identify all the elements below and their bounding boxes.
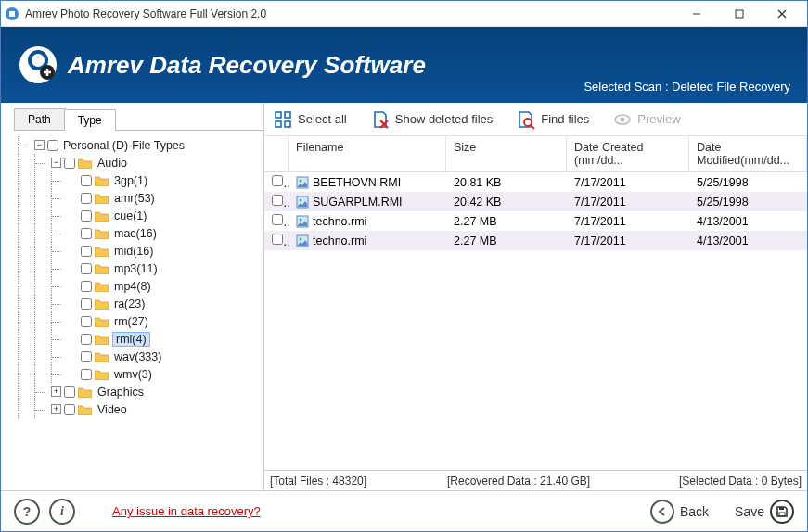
window-title: Amrev Photo Recovery Software Full Versi… (25, 7, 675, 20)
help-button[interactable]: ? (14, 499, 40, 525)
row-checkbox[interactable] (272, 214, 283, 225)
tree-node[interactable]: ra(23) (18, 295, 260, 312)
tree-checkbox[interactable] (64, 158, 75, 169)
tree-node[interactable]: rm(27) (18, 312, 260, 330)
cell-filename: SUGARPLM.RMI (289, 196, 446, 209)
tree-node[interactable]: cue(1) (18, 207, 260, 224)
tree-checkbox[interactable] (81, 246, 92, 257)
tree-checkbox[interactable] (81, 316, 92, 327)
svg-point-30 (300, 218, 302, 221)
tree-label[interactable]: ra(23) (112, 298, 147, 310)
tree-label[interactable]: mac(16) (112, 227, 159, 240)
tree-label[interactable]: mid(16) (112, 245, 155, 258)
tree-node[interactable]: amr(53) (18, 189, 260, 207)
titlebar: Amrev Photo Recovery Software Full Versi… (1, 1, 807, 27)
tree-checkbox[interactable] (64, 404, 75, 415)
tree-label[interactable]: Graphics (96, 386, 146, 399)
tree-label[interactable]: mp3(11) (112, 262, 160, 275)
tree-node[interactable]: 3gp(1) (18, 171, 260, 189)
tree-node[interactable]: +Video (18, 400, 260, 418)
col-date-created[interactable]: Date Created (mm/dd... (567, 136, 689, 171)
tree-label[interactable]: mp4(8) (112, 280, 153, 293)
svg-rect-16 (285, 112, 290, 118)
cell-date-created: 7/17/2011 (567, 196, 689, 209)
issue-link[interactable]: Any issue in data recovery? (112, 504, 261, 518)
select-all-icon (274, 110, 292, 129)
tree-checkbox[interactable] (81, 298, 92, 310)
table-row[interactable]: techno.rmi2.27 MB7/17/20114/13/2001 (264, 231, 807, 250)
table-row[interactable]: techno.rmi2.27 MB7/17/20114/13/2001 (264, 211, 807, 231)
col-date-modified[interactable]: Date Modified(mm/dd... (689, 136, 807, 171)
find-files-icon (517, 110, 535, 129)
back-button[interactable]: Back (650, 500, 709, 524)
tree-node[interactable]: +Graphics (18, 383, 260, 400)
tree-toggle-icon[interactable]: + (51, 386, 61, 397)
tree-node[interactable]: mp3(11) (18, 260, 260, 277)
show-deleted-button[interactable]: Show deleted files (371, 110, 494, 129)
tree-checkbox[interactable] (81, 210, 92, 222)
row-checkbox[interactable] (272, 175, 283, 186)
tree-label[interactable]: Audio (96, 157, 129, 170)
svg-rect-3 (736, 10, 743, 18)
row-checkbox[interactable] (272, 234, 283, 245)
tree-label[interactable]: wmv(3) (112, 368, 154, 381)
svg-point-28 (300, 198, 302, 201)
col-size[interactable]: Size (446, 136, 567, 171)
select-all-button[interactable]: Select all (274, 110, 347, 129)
save-label: Save (735, 504, 764, 519)
tree-node[interactable]: mid(16) (18, 242, 260, 260)
file-toolbar: Select all Show deleted files Find files… (264, 103, 807, 136)
tree-node[interactable]: mp4(8) (18, 277, 260, 295)
tree-node[interactable]: rmi(4) (18, 330, 260, 348)
tree-node[interactable]: wmv(3) (18, 365, 260, 383)
tree-node[interactable]: −Personal (D)-File Types (18, 136, 260, 154)
table-row[interactable]: SUGARPLM.RMI20.42 KB7/17/20115/25/1998 (264, 192, 807, 211)
tree-checkbox[interactable] (81, 175, 92, 186)
selected-scan-label: Selected Scan : Deleted File Recovery (584, 80, 790, 94)
tree-node[interactable]: wav(333) (18, 348, 260, 365)
tree-node[interactable]: mac(16) (18, 224, 260, 242)
tree-label[interactable]: Video (96, 403, 129, 416)
maximize-button[interactable] (718, 1, 761, 27)
tree-toggle-icon[interactable]: − (34, 140, 45, 150)
tree-checkbox[interactable] (81, 263, 92, 274)
cell-date-modified: 4/13/2001 (689, 234, 807, 247)
tree-label[interactable]: wav(333) (112, 350, 163, 363)
tree-label[interactable]: rmi(4) (112, 332, 150, 347)
tree-label[interactable]: rm(27) (112, 315, 150, 328)
tree-label[interactable]: cue(1) (112, 209, 148, 222)
table-row[interactable]: BEETHOVN.RMI20.81 KB7/17/20115/25/1998 (264, 172, 807, 192)
tree-checkbox[interactable] (81, 351, 92, 362)
close-button[interactable] (761, 1, 803, 27)
tree-label[interactable]: amr(53) (112, 192, 157, 205)
tree-label[interactable]: 3gp(1) (112, 174, 149, 187)
tree-checkbox[interactable] (81, 228, 92, 239)
col-filename[interactable]: Filename (289, 136, 446, 171)
svg-rect-15 (276, 112, 281, 118)
tree-toggle-icon[interactable]: + (51, 404, 61, 414)
row-checkbox[interactable] (272, 195, 283, 206)
file-table: Filename Size Date Created (mm/dd... Dat… (264, 136, 807, 470)
tree-checkbox[interactable] (81, 193, 92, 204)
info-button[interactable]: i (49, 499, 75, 525)
file-type-tree[interactable]: −Personal (D)-File Types−Audio3gp(1)amr(… (14, 131, 263, 490)
tab-type[interactable]: Type (64, 109, 116, 131)
status-recovered: [Recovered Data : 21.40 GB] (447, 475, 624, 488)
tree-checkbox[interactable] (81, 369, 92, 380)
find-files-button[interactable]: Find files (517, 110, 589, 129)
tree-toggle-icon[interactable]: − (51, 158, 61, 168)
tree-checkbox[interactable] (47, 140, 58, 151)
cell-size: 20.81 KB (446, 176, 567, 189)
tree-checkbox[interactable] (81, 334, 92, 345)
tab-path[interactable]: Path (14, 108, 65, 130)
save-button[interactable]: Save (735, 500, 794, 524)
svg-point-32 (300, 237, 302, 240)
tree-checkbox[interactable] (81, 281, 92, 292)
cell-size: 2.27 MB (446, 215, 567, 228)
tree-label[interactable]: Personal (D)-File Types (61, 139, 186, 152)
preview-button: Preview (613, 110, 680, 129)
tree-checkbox[interactable] (64, 386, 75, 398)
tree-node[interactable]: −Audio (18, 154, 260, 171)
status-bar: [Total Files : 48320] [Recovered Data : … (264, 470, 807, 490)
minimize-button[interactable] (675, 1, 718, 27)
